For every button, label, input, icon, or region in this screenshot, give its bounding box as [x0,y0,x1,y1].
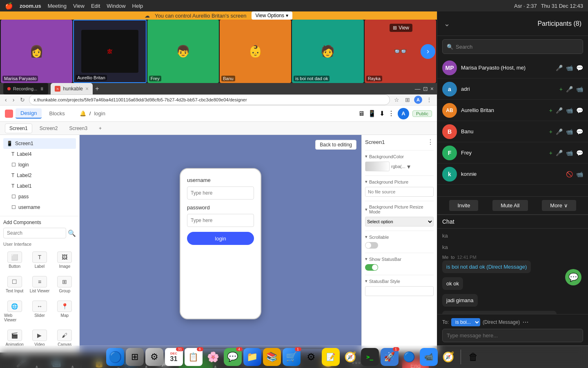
component-textinput[interactable]: ☐ Text Input [3,274,26,296]
tab-design[interactable]: Design [16,108,42,119]
video-frey[interactable]: 📹 [566,150,573,156]
dock-trash[interactable]: 🗑 [464,348,482,366]
browser-menu-button[interactable]: ⋮ [425,96,434,104]
statusbar-chevron[interactable]: ▾ [365,256,368,262]
browser-tab-hunkable[interactable]: h hunkable × [51,83,93,94]
scrollable-toggle[interactable] [365,242,378,249]
mic-aurellio[interactable]: 🎤 [556,107,563,114]
mic-plus-adri[interactable]: + [559,86,563,92]
color-chevron[interactable]: ▾ [407,163,410,171]
recording-pause[interactable]: ⏸ [40,86,44,91]
menu-edit[interactable]: Edit [91,3,100,9]
apple-menu[interactable]: 🍎 [5,2,13,10]
add-screen-button[interactable]: + [95,124,106,133]
chat-recipient-select[interactable]: is boi... [451,318,480,326]
bg-picture-input[interactable] [365,187,434,197]
login-button[interactable]: login [187,232,254,245]
component-map[interactable]: 📍 Map [53,298,76,325]
mic-adri[interactable]: 🎤 [566,86,573,92]
sidebar-collapse-icon[interactable]: ⌄ [444,19,450,28]
mic-plus-frey[interactable]: + [549,150,552,156]
tree-item-username[interactable]: ☐ username [3,202,76,213]
video-banu[interactable]: 📹 [566,128,573,135]
chat-banu[interactable]: 💬 [576,128,583,135]
tree-item-label2[interactable]: T Label2 [3,170,76,181]
statusbar-toggle[interactable] [365,264,378,271]
tree-item-label1[interactable]: T Label1 [3,181,76,191]
back-button[interactable]: ‹ [3,96,9,104]
tree-item-pass[interactable]: ☐ pass [3,191,76,202]
component-listviewer[interactable]: ≡ List Viewer [28,274,51,296]
participant-thumb-aurellio[interactable]: 🕸 Aurellio Britan [73,20,146,83]
participant-search-bar[interactable]: 🔍 Search [442,39,583,54]
component-image[interactable]: 🖼 Image [53,249,76,271]
chat-aurellio[interactable]: 💬 [576,107,583,114]
chat-message-input[interactable] [442,329,583,342]
window-minimize[interactable]: — [415,85,421,92]
component-webviewer[interactable]: 🌐 Web Viewer [3,298,26,325]
tab-close-button[interactable]: × [85,85,89,92]
next-participants-button[interactable]: › [421,44,435,59]
mic-frey[interactable]: 🎤 [556,150,563,156]
video-konnie[interactable]: 📹 [576,171,583,177]
screen-tab-3[interactable]: Screen3 [65,124,91,133]
statusbarstyle-chevron[interactable]: ▾ [365,278,368,284]
dock-calendar[interactable]: DEC 31 31 [165,348,183,366]
bgcolor-chevron[interactable]: ▾ [365,154,368,159]
more-options-button[interactable]: ⋮ [388,110,394,117]
dock-safari2[interactable]: 🧭 [439,348,457,366]
dock-finder[interactable]: 🔵 [106,348,124,366]
mute-all-button[interactable]: Mute All [492,200,528,211]
dock-systemsettings[interactable]: ⚙ [302,348,320,366]
password-input[interactable] [187,214,254,227]
mic-plus-aurellio[interactable]: + [549,107,552,114]
bgresize-chevron[interactable]: ▾ [365,207,368,212]
dock-books[interactable]: 📚 [263,348,281,366]
dock-notes[interactable]: 📝 [322,348,340,366]
dock-safari[interactable]: 🧭 [341,348,359,366]
tree-item-label4[interactable]: T Label4 [3,149,76,159]
video-adri[interactable]: 📹 [576,86,583,92]
bgpicture-chevron[interactable]: ▾ [365,179,368,184]
dock-reminders[interactable]: 📋 6 [185,348,203,366]
dock-transloader[interactable]: 🚀 1 [381,348,399,366]
participant-thumb-isboi[interactable]: 🧑 is boi not dad ok [292,20,363,83]
extensions-button[interactable]: ⊞ [403,96,412,104]
scrollable-chevron[interactable]: ▾ [365,234,368,240]
tree-item-screen1[interactable]: 📱 Screen1 [3,138,76,149]
profile-button[interactable]: A [414,96,422,104]
component-slider[interactable]: ↔ Slider [28,298,51,325]
statusbar-style-input[interactable]: default [365,286,434,296]
back-to-editing-button[interactable]: Back to editing [315,140,356,150]
dock-chrome[interactable]: 🔵 [400,348,418,366]
mic-marisa[interactable]: 🎤 [556,65,563,71]
dock-terminal[interactable]: >_ [361,348,379,366]
component-search-input[interactable] [3,228,66,238]
component-button[interactable]: ⬜ Button [3,249,26,271]
bookmark-button[interactable]: ☆ [392,96,401,104]
dock-photos[interactable]: 🌸 [204,348,222,366]
refresh-button[interactable]: ↻ [18,96,27,104]
tab-blocks[interactable]: Blocks [44,109,69,118]
color-swatch[interactable] [365,162,390,171]
tree-item-login[interactable]: ☐ login [3,159,76,170]
participant-thumb-marisa[interactable]: 👩 Marisa Paryasto [1,20,72,83]
video-marisa[interactable]: 📹 [566,65,573,71]
props-more-button[interactable]: ⋮ [427,138,434,146]
username-input[interactable] [187,186,254,200]
window-maximize[interactable]: ⊡ [423,85,428,92]
dock-launchpad[interactable]: ⊞ [126,348,144,366]
bg-resize-select[interactable]: Select option [365,217,434,227]
mic-konnie[interactable]: 🚫 [566,171,573,177]
new-tab-button[interactable]: + [95,85,99,92]
screen-tab-2[interactable]: Screen2 [36,124,62,133]
download-button[interactable]: ⬇ [379,110,385,117]
dock-sysprefs[interactable]: ⚙ [145,348,163,366]
menu-meeting[interactable]: Meeting [48,3,67,9]
dock-zoom[interactable]: 📹 [420,348,438,366]
menu-view[interactable]: View [73,3,85,9]
chat-support-button[interactable]: 💬 [565,269,581,285]
chat-more-button[interactable]: ··· [522,318,528,326]
preview-mobile-button[interactable]: 📱 [368,110,376,117]
menu-window[interactable]: Window [107,3,125,9]
